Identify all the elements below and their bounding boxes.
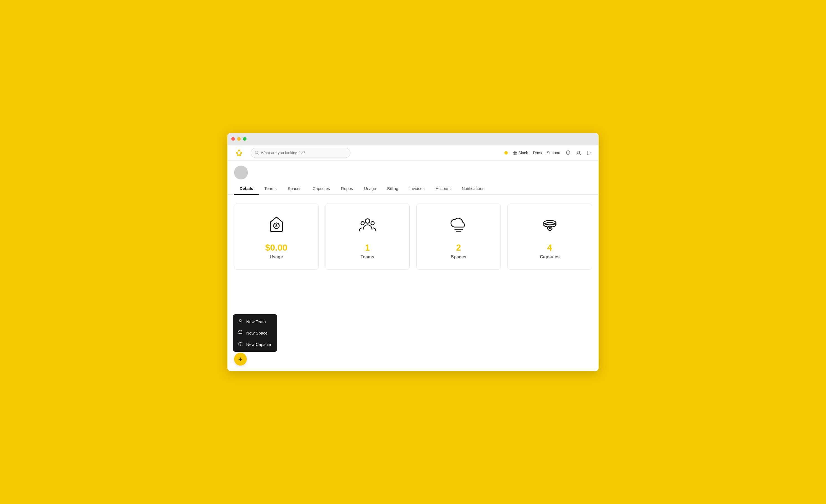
- svg-rect-16: [515, 153, 517, 155]
- user-icon[interactable]: [576, 150, 581, 155]
- cards-row: $ $0.00 Usage 1 Teams 2 Spaces 4 Capsule…: [227, 195, 599, 278]
- tab-capsules[interactable]: Capsules: [307, 183, 336, 195]
- slack-label: Slack: [519, 151, 528, 155]
- navbar-right: Slack Docs Support: [505, 150, 592, 155]
- maximize-button[interactable]: [243, 137, 246, 141]
- avatar: [234, 166, 248, 179]
- fab-menu-label-new-capsule: New Capsule: [246, 342, 271, 347]
- close-button[interactable]: [231, 137, 235, 141]
- tab-invoices[interactable]: Invoices: [404, 183, 430, 195]
- titlebar: [227, 133, 599, 145]
- svg-point-20: [365, 219, 370, 223]
- svg-point-21: [361, 222, 364, 225]
- fab-menu-new-team[interactable]: New Team: [233, 316, 277, 327]
- card-value-capsules: 4: [547, 243, 552, 253]
- fab-menu-label-new-team: New Team: [246, 319, 266, 324]
- tab-billing[interactable]: Billing: [382, 183, 404, 195]
- svg-point-30: [239, 342, 242, 344]
- svg-rect-15: [513, 153, 515, 155]
- fab-menu-new-capsule[interactable]: New Capsule: [233, 339, 277, 350]
- svg-rect-14: [515, 151, 517, 152]
- svg-point-28: [549, 227, 551, 229]
- status-dot: [505, 151, 508, 154]
- cloud-icon: [238, 330, 243, 336]
- slack-icon: [513, 151, 517, 155]
- navbar: Slack Docs Support: [227, 145, 599, 161]
- avatar-row: [227, 161, 599, 179]
- svg-rect-13: [513, 151, 515, 152]
- card-value-usage: $0.00: [265, 243, 287, 253]
- card-label-capsules: Capsules: [540, 254, 559, 259]
- minimize-button[interactable]: [237, 137, 241, 141]
- dollar-house-icon: $: [267, 215, 286, 236]
- content-area: DetailsTeamsSpacesCapsulesReposUsageBill…: [227, 161, 599, 371]
- svg-point-22: [371, 222, 374, 225]
- logout-icon[interactable]: [586, 150, 592, 155]
- capsule-hat-icon: [540, 215, 560, 236]
- card-label-teams: Teams: [361, 254, 374, 259]
- people-icon: [358, 215, 377, 236]
- tab-details[interactable]: Details: [234, 183, 259, 195]
- tab-teams[interactable]: Teams: [259, 183, 282, 195]
- card-capsules: 4 Capsules: [508, 203, 592, 270]
- fab-menu-label-new-space: New Space: [246, 331, 268, 335]
- svg-line-5: [237, 150, 239, 153]
- app-window: Slack Docs Support: [227, 133, 599, 371]
- app-logo[interactable]: [234, 148, 244, 158]
- card-label-spaces: Spaces: [451, 254, 466, 259]
- capsule-icon: [238, 341, 243, 347]
- notification-icon[interactable]: [565, 150, 571, 155]
- card-value-spaces: 2: [456, 243, 461, 253]
- fab-button[interactable]: +: [234, 353, 247, 366]
- docs-link[interactable]: Docs: [533, 151, 542, 155]
- tab-usage[interactable]: Usage: [358, 183, 381, 195]
- people-icon: [238, 319, 243, 325]
- svg-line-12: [257, 153, 258, 154]
- card-spaces: 2 Spaces: [416, 203, 501, 270]
- card-label-usage: Usage: [270, 254, 283, 259]
- svg-line-6: [239, 150, 241, 153]
- fab-area: New Team New Space New Capsule +: [227, 347, 599, 371]
- tab-account[interactable]: Account: [430, 183, 456, 195]
- search-input[interactable]: [261, 151, 346, 155]
- cloud-icon: [449, 215, 469, 236]
- search-icon: [255, 151, 259, 155]
- support-link[interactable]: Support: [547, 151, 560, 155]
- card-value-teams: 1: [365, 243, 370, 253]
- svg-point-17: [578, 151, 580, 153]
- svg-text:$: $: [275, 224, 278, 228]
- fab-menu: New Team New Space New Capsule: [233, 314, 277, 352]
- svg-point-29: [240, 319, 241, 321]
- slack-link[interactable]: Slack: [513, 151, 528, 155]
- tab-spaces[interactable]: Spaces: [282, 183, 307, 195]
- fab-menu-new-space[interactable]: New Space: [233, 327, 277, 339]
- search-bar[interactable]: [251, 148, 350, 158]
- tab-notifications[interactable]: Notifications: [456, 183, 490, 195]
- tabs-bar: DetailsTeamsSpacesCapsulesReposUsageBill…: [227, 183, 599, 195]
- card-teams: 1 Teams: [325, 203, 410, 270]
- card-usage: $ $0.00 Usage: [234, 203, 318, 270]
- tab-repos[interactable]: Repos: [336, 183, 358, 195]
